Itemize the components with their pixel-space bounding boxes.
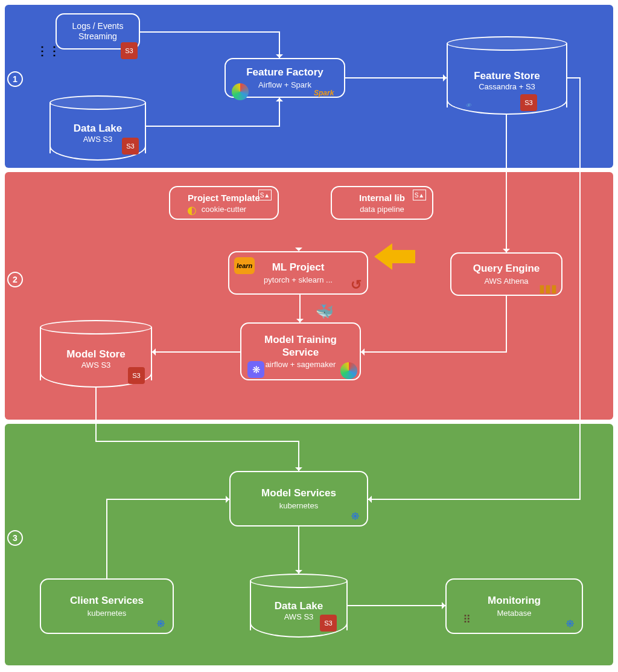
spark-icon: Spark <box>314 85 334 101</box>
model-store-sub: AWS S3 <box>81 360 111 370</box>
monitoring-sub: Metabase <box>497 609 531 618</box>
tag-icon-2: S▲ <box>413 190 426 200</box>
s3-icon-fs: S3 <box>520 94 537 111</box>
arrow-dl2-to-mon <box>348 605 445 606</box>
model-store-title: Model Store <box>66 348 125 360</box>
data-lake-1-title: Data Lake <box>74 123 122 135</box>
arrow-ff-to-fs <box>345 77 447 78</box>
kubernetes-icon-2: ⎈ <box>152 615 169 632</box>
internal-lib-sub: data pipeline <box>360 205 404 214</box>
s3-icon-dl2: S3 <box>320 615 337 632</box>
query-engine-sub: AWS Athena <box>484 277 528 286</box>
athena-icon: ▮▮▮ <box>540 280 556 297</box>
arrow-qe-to-mt <box>361 351 507 353</box>
data-lake-2-title: Data Lake <box>275 600 323 612</box>
internal-lib-title: Internal lib <box>359 193 405 203</box>
arrow-logs-to-ff <box>140 31 280 33</box>
kubernetes-icon-3: ⎈ <box>561 615 578 632</box>
s3-icon: S3 <box>122 138 139 155</box>
pytorch-icon: ↺ <box>348 277 365 293</box>
arrow-dl-to-ff <box>146 126 280 127</box>
arrow-fs-to-qe <box>506 115 507 252</box>
query-engine-title: Query Engine <box>473 263 540 275</box>
model-training-title: Model Training Service <box>247 334 354 359</box>
svg-marker-0 <box>374 243 415 270</box>
monitoring-title: Monitoring <box>488 595 541 607</box>
client-services-title: Client Services <box>70 595 144 607</box>
highlight-arrow-icon <box>374 242 416 272</box>
airflow-icon-2 <box>340 362 357 379</box>
docker-icon: 🐳 <box>316 303 333 320</box>
feature-store-title: Feature Store <box>474 70 540 82</box>
sklearn-icon: learn <box>234 257 255 274</box>
architecture-diagram: 1 2 3 Logs / Events Streaming ⋮⋮ S3 Data… <box>0 0 618 672</box>
feature-store-sub: Cassandra + S3 <box>479 82 535 91</box>
model-training-sub: airflow + sagemaker <box>266 360 336 369</box>
ml-project-sub: pytorch + sklearn ... <box>264 275 333 284</box>
kafka-icon: ⋮⋮ <box>40 42 57 59</box>
feature-factory-sub: Airflow + Spark <box>258 80 311 89</box>
model-services-title: Model Services <box>261 487 336 499</box>
client-services-sub: kubernetes <box>88 609 126 618</box>
sagemaker-icon: ❋ <box>247 361 264 378</box>
data-lake-1-sub: AWS S3 <box>83 135 113 144</box>
cassandra-icon: 👁 <box>456 97 480 114</box>
kubernetes-icon: ⎈ <box>346 507 363 524</box>
node-logs-events-title: Logs / Events Streaming <box>63 21 133 42</box>
arrow-cs-to-msvc <box>106 499 229 500</box>
ml-project-title: ML Project <box>272 261 325 274</box>
s3-icon-ms: S3 <box>128 367 145 384</box>
metabase-icon: ⠿ <box>459 611 476 628</box>
section-3-badge: 3 <box>7 530 23 546</box>
section-2-badge: 2 <box>7 272 23 287</box>
aws-icon: S3 <box>121 42 138 59</box>
arrow-mt-to-ms <box>152 351 240 353</box>
model-services-sub: kubernetes <box>279 501 318 510</box>
arrow-ms-to-msvc <box>298 441 299 471</box>
data-lake-2-sub: AWS S3 <box>284 612 314 621</box>
cookie-cutter-icon: ◐ <box>183 202 200 219</box>
feature-factory-title: Feature Factory <box>246 66 323 78</box>
tag-icon: S▲ <box>258 190 272 200</box>
arrow-fs-to-msvc <box>368 499 581 500</box>
airflow-icon <box>232 83 249 100</box>
project-template-sub: cookie-cutter <box>202 205 246 214</box>
section-1-badge: 1 <box>7 71 23 87</box>
arrow-msvc-to-dl2 <box>298 526 299 574</box>
